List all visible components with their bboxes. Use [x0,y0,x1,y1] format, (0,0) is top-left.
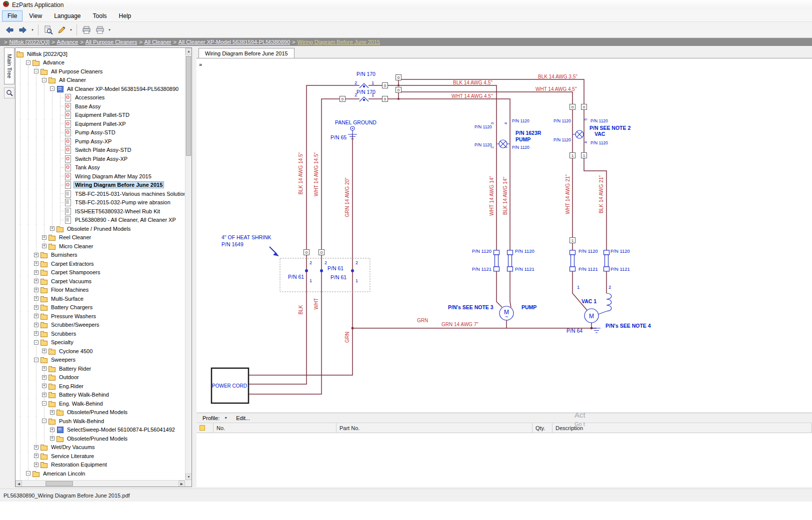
tree-item[interactable]: Accessories [16,93,184,102]
tree-item[interactable]: -Push Walk-Behind [16,417,184,426]
breadcrumb-link[interactable]: Nilfisk [2022/Q3] [9,39,50,45]
tree-item[interactable]: +Carpet Shampooers [16,268,184,277]
tree-item[interactable]: +Battery Rider [16,364,184,373]
tree-item[interactable]: +SelectSweep-Model 56100874-PL56041492 [16,426,184,435]
tree-item-label[interactable]: Wiring Diagram Before June 2015 [74,181,164,188]
annotate-dropdown-icon[interactable]: ▼ [68,23,74,36]
tree-expand-toggle[interactable]: - [42,419,46,423]
tree-item[interactable]: +Battery Walk-Behind [16,391,184,400]
tree-item[interactable]: +Sweeper/Scrubbers [16,478,184,480]
tree-expand-toggle[interactable]: + [34,323,38,327]
breadcrumb-link[interactable]: Wiring Diagram Before June 2015 [298,39,380,45]
diagram-canvas[interactable]: » [196,58,812,413]
tree-item-label[interactable]: Pump Assy-STD [74,129,117,136]
tree-item[interactable]: +Multi-Surface [16,294,184,303]
tree-item-label[interactable]: Wiring Diagram After May 2015 [74,173,153,180]
tree-item[interactable]: -All Cleaner [16,76,184,85]
tree-item[interactable]: Switch Plate Assy-STD [16,146,184,155]
column-header-qty[interactable]: Qty. [532,423,552,433]
tree-item[interactable]: +Obsolete/Pruned Models [16,408,184,417]
tree-item[interactable]: -All Cleaner XP-Model 56381594-PL5638089… [16,84,184,93]
tree-expand-toggle[interactable]: + [42,375,46,380]
tree-item-label[interactable]: Floor Machines [50,286,90,293]
tree-item-label[interactable]: Equipment Pallet-XP [74,120,128,127]
scroll-right-arrow-icon[interactable]: ▶ [178,481,185,487]
menu-item-language[interactable]: Language [48,10,86,21]
tree-expand-toggle[interactable]: + [50,410,54,415]
menu-item-view[interactable]: View [24,10,48,21]
tree-item-label[interactable]: Specialty [50,339,75,346]
tree-item[interactable]: +Eng.Rider [16,382,184,391]
breadcrumb-link[interactable]: All Cleaner [144,39,172,45]
tree-expand-toggle[interactable]: + [34,445,38,450]
tree-item-label[interactable]: Switch Plate Assy-XP [74,155,129,162]
tree-item[interactable]: +Carpet Extractors [16,259,184,268]
tree-expand-toggle[interactable]: - [26,60,30,65]
tree-horizontal-scrollbar[interactable]: ◀ ▶ [16,480,185,487]
menu-item-file[interactable]: File [2,10,22,21]
tree-item[interactable]: ISSHEET56380932-Wheel Rub Kit [16,207,184,216]
tree-expand-toggle[interactable]: - [34,340,38,345]
tree-expand-toggle[interactable]: - [42,78,46,82]
tree-item-label[interactable]: PL56380890 - All Cleaner, All Cleaner XP [74,216,178,223]
tree-expand-toggle[interactable]: + [34,454,38,458]
tree-item-label[interactable]: Nilfisk [2022/Q3] [26,50,69,57]
tree-item[interactable]: +Scrubber/Sweepers [16,321,184,330]
tree-expand-toggle[interactable]: + [34,253,38,257]
tree-item-label[interactable]: Reel Cleaner [58,234,92,241]
tree-item-label[interactable]: Cyclone 4500 [58,348,94,355]
tree-expand-toggle[interactable]: + [42,349,46,353]
panel-splitter[interactable] [192,47,196,487]
tree-item[interactable]: -All Purpose Cleaners [16,67,184,76]
tree-item[interactable]: +Micro Cleaner [16,242,184,251]
tree-item-label[interactable]: Pump Assy-XP [74,138,113,145]
tree-item-label[interactable]: Battery Walk-Behind [58,391,110,398]
column-header-part-no[interactable]: Part No. [336,423,532,433]
tree-item[interactable]: Nilfisk [2022/Q3] [16,49,184,58]
tree-item[interactable]: +Restoration Equipment [16,461,184,470]
tree-item-label[interactable]: Advance [42,59,66,66]
menu-item-help[interactable]: Help [114,10,137,21]
column-header-note[interactable] [196,423,214,433]
horizontal-scroll-thumb[interactable] [46,481,73,486]
forward-dropdown-icon[interactable]: ▼ [30,23,35,36]
tree-expand-toggle[interactable]: + [34,288,38,292]
tree-item-label[interactable]: Service Literature [50,453,96,460]
tree-item-label[interactable]: All Cleaner XP-Model 56381594-PL56380890 [66,85,180,92]
vertical-scroll-thumb[interactable] [186,56,191,156]
tree-item-label[interactable]: Wet/Dry Vacuums [50,444,96,451]
tree-item[interactable]: TSB-FC-2015-031-Various machines Solutio… [16,189,184,198]
tree-item-label[interactable]: Multi-Surface [50,295,85,302]
tree-item[interactable]: Pump Assy-STD [16,128,184,137]
tree-vertical-scrollbar[interactable]: ▲ ▼ [185,48,192,480]
tree-item-label[interactable]: American Lincoln [42,470,86,477]
tree-item[interactable]: Equipment Pallet-XP [16,119,184,128]
tree-expand-toggle[interactable]: - [42,401,46,406]
scroll-left-arrow-icon[interactable]: ◀ [16,481,22,487]
tree-item-label[interactable]: Obsolete / Pruned Models [66,225,132,232]
tree-item-label[interactable]: Pressure Washers [50,313,98,320]
tree-expand-toggle[interactable]: + [34,270,38,275]
annotate-button[interactable] [55,23,68,36]
breadcrumb-link[interactable]: Advance [57,39,78,45]
tree-expand-toggle[interactable]: + [42,384,46,388]
tree-item[interactable]: Pump Assy-XP [16,137,184,146]
tree-item-label[interactable]: Carpet Extractors [50,260,96,267]
tree-item-label[interactable]: Eng.Rider [58,383,85,390]
tree-item-label[interactable]: All Purpose Cleaners [50,68,104,75]
edit-button[interactable]: Edit... [236,415,250,421]
tree-item[interactable]: +Cyclone 4500 [16,347,184,356]
tab-wiring-diagram[interactable]: Wiring Diagram Before June 2015 [198,48,294,58]
tree-item-label[interactable]: Micro Cleaner [58,243,94,250]
tree-item-label[interactable]: Push Walk-Behind [58,418,106,425]
tree-item-label[interactable]: Battery Rider [58,365,92,372]
tree-expand-toggle[interactable]: + [34,296,38,301]
tree-item-label[interactable]: Scrubbers [50,330,78,337]
tree-item[interactable]: +Obsolete / Pruned Models [16,224,184,233]
tree-item-label[interactable]: Carpet Vacuums [50,278,93,285]
print-preview-button[interactable] [42,23,54,36]
tree-item-label[interactable]: Obsolete/Pruned Models [66,409,129,416]
tree-expand-toggle[interactable]: - [26,471,30,476]
tree-expand-toggle[interactable]: - [50,86,54,91]
tree-item[interactable]: -Sweepers [16,356,184,365]
